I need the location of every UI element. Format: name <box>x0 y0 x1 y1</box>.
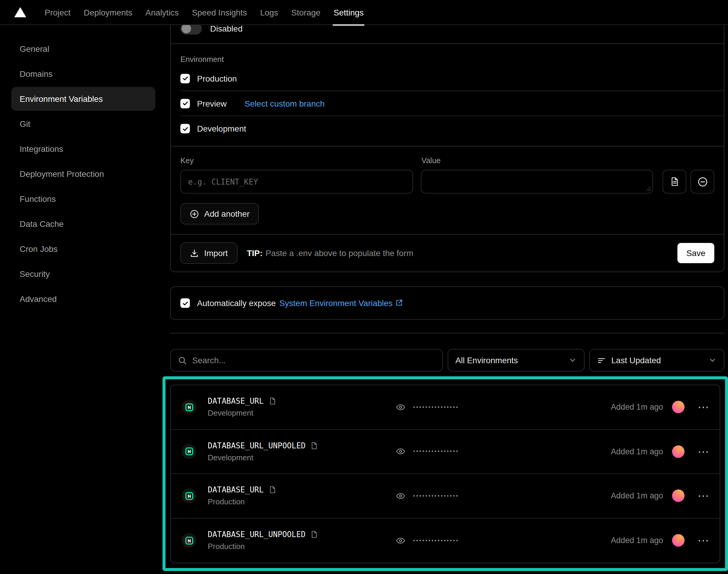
sidebar-item-integrations[interactable]: Integrations <box>11 137 155 161</box>
sidebar-item-functions[interactable]: Functions <box>11 187 155 211</box>
env-option-label: Production <box>197 74 237 83</box>
import-icon <box>190 249 199 257</box>
nav-tab-deployments[interactable]: Deployments <box>77 0 139 25</box>
nav-tab-speed-insights[interactable]: Speed Insights <box>185 0 254 25</box>
user-avatar <box>672 490 685 502</box>
key-input[interactable] <box>181 170 412 193</box>
env-var-row: DATABASE_URL Production ••••••••••••••• … <box>171 474 720 518</box>
vercel-logo-icon[interactable] <box>14 7 26 17</box>
add-another-button[interactable]: Add another <box>180 203 259 224</box>
neon-logo <box>185 492 193 500</box>
sidebar-item-general[interactable]: General <box>11 37 155 61</box>
masked-value: ••••••••••••••• <box>413 449 459 455</box>
reveal-value-icon[interactable] <box>396 491 405 501</box>
nav-tab-label: Analytics <box>145 7 179 17</box>
note-icon[interactable] <box>310 531 318 539</box>
main-content: Disabled Environment Production Preview … <box>170 0 724 571</box>
sort-lines-icon <box>597 356 606 365</box>
chevron-down-icon <box>568 356 577 364</box>
env-var-name: DATABASE_URL <box>208 486 264 494</box>
env-var-environment: Development <box>208 453 396 462</box>
form-footer: Import TIP:Paste a .env above to populat… <box>171 234 724 272</box>
filter-row: All Environments Last Updated <box>170 349 724 372</box>
nav-tab-analytics[interactable]: Analytics <box>139 0 185 25</box>
env-option-label: Development <box>197 124 246 133</box>
environment-section-label: Environment <box>180 55 724 66</box>
paste-env-button[interactable] <box>662 170 686 194</box>
env-var-meta: Added 1m ago ⋯ <box>611 490 709 502</box>
nav-tab-logs[interactable]: Logs <box>254 0 285 25</box>
sidebar-item-cron-jobs[interactable]: Cron Jobs <box>11 237 155 261</box>
sidebar-item-domains[interactable]: Domains <box>11 62 155 86</box>
search-input[interactable] <box>192 356 435 365</box>
added-time: Added 1m ago <box>611 447 663 456</box>
environment-filter-value: All Environments <box>455 356 518 365</box>
active-tab-underline <box>333 24 364 25</box>
production-checkbox[interactable] <box>180 74 190 83</box>
env-var-value: ••••••••••••••• <box>396 491 459 501</box>
note-icon[interactable] <box>268 486 276 494</box>
row-menu-button[interactable]: ⋯ <box>698 535 709 546</box>
nav-tab-settings[interactable]: Settings <box>327 0 370 25</box>
check-icon <box>182 75 188 82</box>
masked-value: ••••••••••••••• <box>413 538 459 544</box>
env-var-info: DATABASE_URL Development <box>208 397 396 418</box>
sort-value: Last Updated <box>611 356 661 365</box>
add-env-var-card: Disabled Environment Production Preview … <box>170 12 724 272</box>
sidebar-item-deployment-protection[interactable]: Deployment Protection <box>11 162 155 186</box>
sidebar-item-git[interactable]: Git <box>11 112 155 136</box>
row-menu-button[interactable]: ⋯ <box>698 446 709 457</box>
row-menu-button[interactable]: ⋯ <box>698 490 709 502</box>
env-var-meta: Added 1m ago ⋯ <box>611 445 709 458</box>
check-icon <box>182 100 188 107</box>
value-input[interactable] <box>421 170 652 193</box>
env-var-list: DATABASE_URL Development •••••••••••••••… <box>170 385 720 563</box>
import-button[interactable]: Import <box>180 242 237 264</box>
system-env-vars-link[interactable]: System Environment Variables <box>279 298 403 308</box>
sidebar-item-security[interactable]: Security <box>11 262 155 286</box>
search-box <box>170 349 443 372</box>
added-time: Added 1m ago <box>611 536 663 545</box>
env-var-environment: Production <box>208 542 396 551</box>
sidebar-item-advanced[interactable]: Advanced <box>11 287 155 311</box>
key-field <box>180 170 413 194</box>
sort-select[interactable]: Last Updated <box>589 349 724 372</box>
preview-checkbox[interactable] <box>180 98 190 108</box>
neon-logo <box>185 447 193 456</box>
row-menu-button[interactable]: ⋯ <box>698 402 709 413</box>
settings-sidebar: General Domains Environment Variables Gi… <box>11 37 155 311</box>
nav-tab-label: Deployments <box>84 7 132 17</box>
development-checkbox[interactable] <box>180 124 190 133</box>
note-icon[interactable] <box>268 398 276 405</box>
note-icon[interactable] <box>310 442 318 450</box>
toggle-knob <box>181 24 191 33</box>
section-divider <box>170 333 724 333</box>
neon-integration-icon <box>181 533 197 548</box>
reveal-value-icon[interactable] <box>396 536 405 545</box>
nav-tab-storage[interactable]: Storage <box>285 0 327 25</box>
auto-expose-checkbox[interactable] <box>180 298 190 308</box>
sidebar-item-data-cache[interactable]: Data Cache <box>11 212 155 236</box>
nav-tab-project[interactable]: Project <box>38 0 77 25</box>
env-var-meta: Added 1m ago ⋯ <box>611 401 709 414</box>
user-avatar <box>672 401 685 414</box>
select-custom-branch-link[interactable]: Select custom branch <box>245 98 325 108</box>
sidebar-item-environment-variables[interactable]: Environment Variables <box>11 87 155 111</box>
nav-tab-label: Logs <box>260 7 278 17</box>
environment-filter-select[interactable]: All Environments <box>447 349 585 372</box>
env-var-environment: Development <box>208 409 396 418</box>
remove-row-button[interactable] <box>690 170 714 194</box>
system-env-card: Automatically expose System Environment … <box>170 286 724 320</box>
external-link-icon <box>395 299 403 306</box>
env-var-value: ••••••••••••••• <box>396 536 459 545</box>
environment-variables-settings-page: Project Deployments Analytics Speed Insi… <box>0 0 728 574</box>
document-icon <box>670 177 679 187</box>
reveal-value-icon[interactable] <box>396 403 405 412</box>
env-var-meta: Added 1m ago ⋯ <box>611 534 709 547</box>
value-field <box>421 170 653 194</box>
search-icon <box>178 356 187 365</box>
user-avatar <box>672 534 685 547</box>
env-option-preview: Preview Select custom branch <box>180 91 724 116</box>
save-button[interactable]: Save <box>677 243 714 263</box>
reveal-value-icon[interactable] <box>396 447 405 456</box>
